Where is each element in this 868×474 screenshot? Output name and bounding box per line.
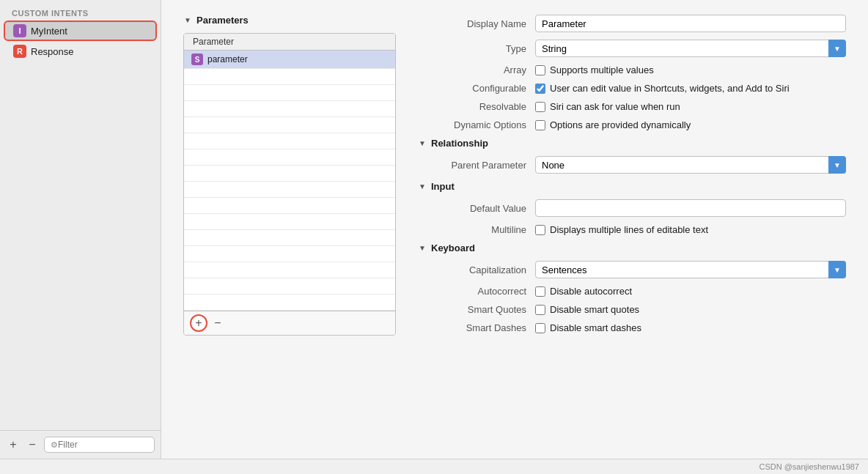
autocorrect-checkbox[interactable] <box>535 286 545 297</box>
smart-quotes-checkbox[interactable] <box>535 305 545 315</box>
multiline-checkbox-label: Displays multiple lines of editable text <box>550 224 708 235</box>
empty-row-12 <box>184 246 395 262</box>
response-icon: R <box>13 45 26 58</box>
type-select[interactable]: String Integer Double Boolean <box>535 40 846 57</box>
dynamic-options-value: Options are provided dynamically <box>535 119 846 130</box>
display-name-label: Display Name <box>418 18 535 29</box>
configurable-checkbox[interactable] <box>535 84 545 94</box>
sidebar-item-label-myintent: MyIntent <box>31 26 67 37</box>
keyboard-triangle[interactable]: ▼ <box>418 244 427 253</box>
parameters-title: Parameters <box>196 15 249 26</box>
configurable-checkbox-label: User can edit value in Shortcuts, widget… <box>550 83 790 94</box>
sidebar-item-response[interactable]: R Response <box>4 42 156 61</box>
type-select-wrapper: String Integer Double Boolean ▼ <box>535 40 846 57</box>
array-label: Array <box>418 64 535 75</box>
capitalization-select-wrapper: None Sentences Words All Characters ▼ <box>535 261 846 278</box>
param-remove-button[interactable]: − <box>210 316 225 330</box>
relationship-title: Relationship <box>431 138 488 149</box>
smart-dashes-checkbox[interactable] <box>535 323 545 333</box>
autocorrect-checkbox-label: Disable autocorrect <box>550 286 632 297</box>
parent-parameter-value: None ▼ <box>535 156 846 174</box>
sidebar-item-myintent[interactable]: I MyIntent <box>4 21 156 40</box>
empty-row-1 <box>184 69 395 85</box>
filter-input[interactable] <box>58 440 148 450</box>
smart-quotes-label: Smart Quotes <box>418 304 535 315</box>
capitalization-label: Capitalization <box>418 264 535 275</box>
display-name-input[interactable] <box>535 15 846 32</box>
type-value: String Integer Double Boolean ▼ <box>535 40 846 57</box>
empty-row-10 <box>184 214 395 230</box>
smart-dashes-value: Disable smart dashes <box>535 322 846 333</box>
param-table-header: Parameter <box>184 34 395 51</box>
empty-row-2 <box>184 85 395 101</box>
empty-row-4 <box>184 117 395 133</box>
param-name-parameter: parameter <box>207 54 248 64</box>
display-name-value <box>535 15 846 32</box>
parameters-section: ▼ Parameters Parameter S parameter <box>183 15 396 336</box>
smart-dashes-checkbox-label: Disable smart dashes <box>550 322 641 333</box>
parameters-triangle[interactable]: ▼ <box>183 16 192 25</box>
parameters-section-header: ▼ Parameters <box>183 15 396 26</box>
empty-row-7 <box>184 166 395 182</box>
prop-row-autocorrect: Autocorrect Disable autocorrect <box>418 286 846 297</box>
filter-icon: ⚙ <box>51 440 58 450</box>
sidebar-add-button[interactable]: + <box>6 437 21 452</box>
array-checkbox[interactable] <box>535 65 545 75</box>
keyboard-section-header: ▼ Keyboard <box>418 242 846 253</box>
empty-row-13 <box>184 262 395 278</box>
keyboard-title: Keyboard <box>431 242 475 253</box>
default-value-label: Default Value <box>418 203 535 214</box>
empty-row-5 <box>184 133 395 149</box>
parameters-table: Parameter S parameter <box>183 33 396 336</box>
left-panel: ▼ Parameters Parameter S parameter <box>183 15 396 350</box>
main-content: ▼ Parameters Parameter S parameter <box>161 0 868 459</box>
autocorrect-value: Disable autocorrect <box>535 286 846 297</box>
sidebar-remove-button[interactable]: − <box>25 437 40 452</box>
prop-row-type: Type String Integer Double Boolean ▼ <box>418 40 846 57</box>
autocorrect-label: Autocorrect <box>418 286 535 297</box>
prop-row-array: Array Supports multiple values <box>418 64 846 75</box>
multiline-value: Displays multiple lines of editable text <box>535 224 846 235</box>
multiline-label: Multiline <box>418 224 535 235</box>
array-value: Supports multiple values <box>535 64 846 75</box>
empty-row-15 <box>184 295 395 311</box>
prop-row-capitalization: Capitalization None Sentences Words All … <box>418 261 846 278</box>
relationship-triangle[interactable]: ▼ <box>418 139 427 148</box>
multiline-checkbox[interactable] <box>535 225 545 235</box>
param-icon-s: S <box>191 53 203 65</box>
default-value-field <box>535 199 846 217</box>
param-add-button[interactable]: + <box>190 314 207 332</box>
smart-quotes-checkbox-label: Disable smart quotes <box>550 304 639 315</box>
resolvable-checkbox[interactable] <box>535 102 545 112</box>
parent-parameter-select[interactable]: None <box>535 156 846 174</box>
sidebar-section-header: CUSTOM INTENTS <box>0 0 161 21</box>
prop-row-display-name: Display Name <box>418 15 846 32</box>
configurable-value: User can edit value in Shortcuts, widget… <box>535 83 846 94</box>
configurable-label: Configurable <box>418 83 535 94</box>
prop-row-smart-dashes: Smart Dashes Disable smart dashes <box>418 322 846 333</box>
input-triangle[interactable]: ▼ <box>418 182 427 191</box>
empty-row-3 <box>184 101 395 117</box>
resolvable-checkbox-label: Siri can ask for value when run <box>550 101 680 112</box>
prop-row-parent-parameter: Parent Parameter None ▼ <box>418 156 846 174</box>
empty-row-11 <box>184 230 395 246</box>
empty-row-6 <box>184 149 395 166</box>
dynamic-options-checkbox[interactable] <box>535 120 545 130</box>
empty-row-8 <box>184 182 395 198</box>
prop-row-default-value: Default Value <box>418 199 846 217</box>
default-value-input[interactable] <box>535 199 846 217</box>
input-section-header: ▼ Input <box>418 181 846 192</box>
capitalization-select[interactable]: None Sentences Words All Characters <box>535 261 846 278</box>
param-row-parameter[interactable]: S parameter <box>184 51 395 69</box>
sidebar: CUSTOM INTENTS I MyIntent R Response + −… <box>0 0 161 459</box>
smart-dashes-label: Smart Dashes <box>418 322 535 333</box>
main-layout: ▼ Parameters Parameter S parameter <box>183 15 846 350</box>
filter-field-container: ⚙ <box>44 437 155 453</box>
resolvable-label: Resolvable <box>418 101 535 112</box>
dynamic-options-checkbox-label: Options are provided dynamically <box>550 119 691 130</box>
array-checkbox-label: Supports multiple values <box>550 64 654 75</box>
param-table-footer: + − <box>184 311 395 335</box>
capitalization-value: None Sentences Words All Characters ▼ <box>535 261 846 278</box>
relationship-section-header: ▼ Relationship <box>418 138 846 149</box>
bottom-bar: CSDN @sanjieshenwu1987 <box>0 459 868 474</box>
